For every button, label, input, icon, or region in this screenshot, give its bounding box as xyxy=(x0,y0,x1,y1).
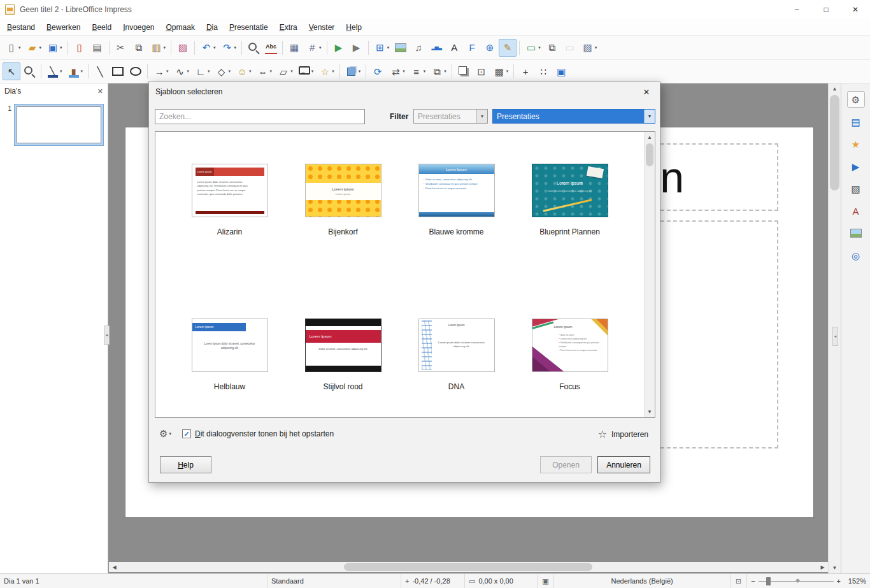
toolbar-button-basic-shapes[interactable]: ◇ ▾ xyxy=(213,62,234,80)
toolbar-button-redo[interactable]: ↷ ▾ xyxy=(218,39,239,57)
toolbar-button-fontwork-text[interactable]: F ▾ xyxy=(463,39,481,57)
toolbar-button-delete-slide[interactable]: ▭ ▾ xyxy=(561,39,579,57)
template-card-bijenkorf[interactable]: Lorem ipsum Lorem ipsum Bijenkorf xyxy=(287,164,400,262)
toolbar-button-toggle-extrusion[interactable]: ▣ ▾ xyxy=(552,62,570,80)
scroll-right-icon[interactable]: ▶ xyxy=(817,564,828,570)
sidebar-collapse-handle[interactable]: ◂ xyxy=(832,327,838,346)
toolbar-button-callout-shapes[interactable]: ▾ xyxy=(296,62,317,80)
toolbar-button-duplicate-slide[interactable]: ⧉ ▾ xyxy=(543,39,561,57)
toolbar-button-rectangle[interactable]: ▾ xyxy=(109,62,127,80)
vertical-scroll-thumb[interactable] xyxy=(830,95,839,190)
zoom-slider[interactable] xyxy=(759,574,834,588)
toolbar-button-zoom[interactable]: ▾ xyxy=(20,62,38,80)
toolbar-button-clone-formatting[interactable]: ▨ ▾ xyxy=(174,39,192,57)
template-card-blauwe-kromme[interactable]: Lorem Ipsum Dolor sit amet, consectetur … xyxy=(400,164,513,262)
toolbar-button-connectors[interactable]: ∟ ▾ xyxy=(192,62,213,80)
sidebar-tab-animation[interactable]: ▶ xyxy=(847,158,865,175)
toolbar-button-toggle-shadow[interactable]: ▾ xyxy=(455,62,473,80)
close-button[interactable]: ✕ xyxy=(841,0,870,19)
scroll-down-icon[interactable]: ▼ xyxy=(645,406,655,417)
toolbar-button-image-filter[interactable]: ▩ ▾ xyxy=(490,62,511,80)
scroll-up-icon[interactable]: ▲ xyxy=(829,83,841,94)
statusbar-modified[interactable]: ▣ xyxy=(538,574,554,588)
statusbar-zoom-percent[interactable]: 152% xyxy=(845,574,870,588)
toolbar-button-insert-image[interactable]: ▾ xyxy=(392,39,410,57)
toolbar-button-start-from-current-slide[interactable]: ▶ ▾ xyxy=(348,39,366,57)
statusbar-language[interactable]: Nederlands (België) xyxy=(554,574,731,588)
toolbar-button-glue-points[interactable]: ∷ ▾ xyxy=(534,62,552,80)
toolbar-button-align-objects[interactable]: ≡ ▾ xyxy=(408,62,429,80)
template-card-alizarin[interactable]: Lorem ipsum Lorem ipsum dolor sit amet, … xyxy=(173,164,287,262)
sidebar-tab-properties[interactable]: ▤ xyxy=(847,113,865,130)
toolbar-button-open-file[interactable]: ▰ ▾ xyxy=(24,39,45,57)
sidebar-tab-slide-transition[interactable]: ★ xyxy=(847,136,865,152)
scroll-up-icon[interactable]: ▲ xyxy=(645,132,655,143)
toolbar-button-display-grid[interactable]: ▦ ▾ xyxy=(285,39,303,57)
toolbar-button-paste[interactable]: ▥ ▾ xyxy=(148,39,169,57)
statusbar-layout[interactable]: Standaard xyxy=(267,574,401,588)
toolbar-button-select[interactable]: ↖ ▾ xyxy=(3,62,20,80)
cancel-button[interactable]: Annuleren xyxy=(597,456,650,473)
menu-item-beeld[interactable]: Beeld xyxy=(86,20,117,34)
toolbar-button-undo[interactable]: ↶ ▾ xyxy=(197,39,218,57)
filter-category-dropdown[interactable]: Presentaties ▾ xyxy=(492,109,655,124)
menu-item-opmaak[interactable]: Opmaak xyxy=(160,20,201,34)
minimize-button[interactable]: – xyxy=(782,0,811,19)
toolbar-button-cut[interactable]: ✂ ▾ xyxy=(112,39,130,57)
toolbar-button-insert-line[interactable]: ╲ ▾ xyxy=(91,62,109,80)
toolbar-button-line-color[interactable]: ╲ ▾ xyxy=(44,62,65,80)
template-card-stijlvol-rood[interactable]: Lorem Ipsum Dolor sit amet, consectetur … xyxy=(287,319,400,417)
scroll-down-icon[interactable]: ▼ xyxy=(829,563,841,573)
template-card-blueprint-plannen[interactable]: Lorem Ipsum Dolor sit amet, consectetur … xyxy=(513,164,627,262)
list-scroll-thumb[interactable] xyxy=(646,143,653,166)
menu-item-invoegen[interactable]: Invoegen xyxy=(117,20,160,34)
toolbar-button-new-document[interactable]: ▯ ▾ xyxy=(3,39,24,57)
template-card-focus[interactable]: Lorem ipsum dolor sit amet consectetur a… xyxy=(513,319,627,417)
slides-panel-collapse-handle[interactable]: ◂ xyxy=(104,326,110,345)
toolbar-button-show-draw-functions[interactable]: ✎ ▾ xyxy=(499,39,517,57)
toolbar-button-insert-table[interactable]: ⊞ ▾ xyxy=(371,39,392,57)
menu-item-bestand[interactable]: Bestand xyxy=(1,20,41,34)
toolbar-button-symbol-shapes[interactable]: ☺ ▾ xyxy=(233,62,254,80)
menu-item-extra[interactable]: Extra xyxy=(274,20,303,34)
dialog-close-icon[interactable]: ✕ xyxy=(639,87,653,97)
toolbar-button-edit-points[interactable]: + ▾ xyxy=(517,62,534,80)
toolbar-button-flowchart-shapes[interactable]: ▱ ▾ xyxy=(275,62,296,80)
horizontal-scroll-thumb[interactable] xyxy=(344,563,592,571)
toolbar-button-curves-and-polygons[interactable]: ∿ ▾ xyxy=(171,62,192,80)
zoom-in-button[interactable]: + xyxy=(837,577,841,585)
toolbar-button-3d-objects[interactable]: ▾ xyxy=(343,62,364,80)
toolbar-button-copy[interactable]: ⧉ ▾ xyxy=(130,39,148,57)
template-search-input[interactable] xyxy=(155,109,365,124)
show-on-startup-option[interactable]: ✓ Dit dialoogvenster tonen bij het opsta… xyxy=(182,429,334,438)
sidebar-tab-gallery[interactable] xyxy=(847,225,865,241)
sidebar-tab-navigator[interactable]: ◎ xyxy=(847,247,865,264)
toolbar-button-save[interactable]: ▣ ▾ xyxy=(44,39,65,57)
template-list-scrollbar[interactable]: ▲ ▼ xyxy=(644,132,655,417)
template-card-helblauw[interactable]: Lorem ipsum Lorem ipsum dolor sit amet, … xyxy=(173,319,287,417)
slide-thumbnail-item[interactable]: 1 xyxy=(4,104,104,146)
toolbar-button-snap-guides[interactable]: # ▾ xyxy=(303,39,324,57)
help-button[interactable]: Help xyxy=(160,456,211,473)
toolbar-button-insert-hyperlink[interactable]: ⊕ ▾ xyxy=(481,39,499,57)
menu-item-help[interactable]: Help xyxy=(340,20,367,34)
sidebar-tab-master-slides[interactable]: ▧ xyxy=(847,180,865,197)
toolbar-button-star-shapes[interactable]: ☆ ▾ xyxy=(316,62,337,80)
toolbar-button-lines-and-arrows[interactable]: → ▾ xyxy=(150,62,171,80)
scroll-left-icon[interactable]: ◀ xyxy=(109,564,120,570)
toolbar-button-ellipse[interactable]: ▾ xyxy=(127,62,145,80)
menu-item-venster[interactable]: Venster xyxy=(303,20,341,34)
fit-slide-button[interactable]: ⊡ xyxy=(731,574,747,588)
import-button[interactable]: ☆ Importeren xyxy=(598,428,648,440)
slides-panel-close-icon[interactable]: ✕ xyxy=(97,87,103,96)
toolbar-button-flip[interactable]: ⇄ ▾ xyxy=(387,62,408,80)
menu-item-presentatie[interactable]: Presentatie xyxy=(224,20,274,34)
toolbar-button-insert-media[interactable]: ♫ ▾ xyxy=(410,39,427,57)
toolbar-button-spelling[interactable]: Abc ▾ xyxy=(262,39,280,57)
menu-item-dia[interactable]: Dia xyxy=(201,20,224,34)
toolbar-button-insert-text-box[interactable]: A ▾ xyxy=(445,39,463,57)
toolbar-button-block-arrows[interactable]: ⇔ ▾ xyxy=(254,62,275,80)
zoom-slider-thumb[interactable] xyxy=(766,577,771,585)
toolbar-button-start-from-first-slide[interactable]: ▶ ▾ xyxy=(330,39,348,57)
menu-item-bewerken[interactable]: Bewerken xyxy=(41,20,86,34)
